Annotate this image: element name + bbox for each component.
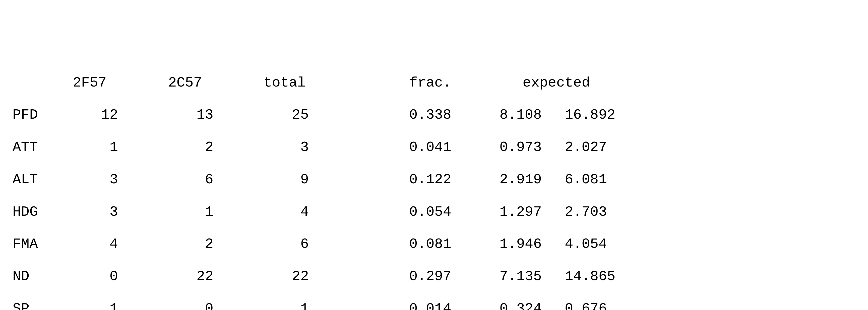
cell-expected-a: 7.135 [499, 268, 565, 284]
header-col-total: total [264, 75, 309, 91]
cell-2f57: 0 [73, 268, 118, 284]
cell-2c57: 13 [168, 107, 213, 123]
cell-expected-b: 6.081 [565, 172, 630, 187]
cell-2c57: 1 [168, 204, 213, 220]
cell-2f57: 3 [73, 172, 118, 187]
cell-2c57: 0 [168, 301, 213, 310]
header-col-expected-left: expec [499, 75, 565, 91]
cell-2f57: 1 [73, 139, 118, 155]
cell-2f57: 1 [73, 301, 118, 310]
cell-frac: 0.122 [409, 172, 474, 187]
cell-total: 25 [264, 107, 309, 123]
cell-2c57: 6 [168, 172, 213, 187]
header-col-2c57: 2C57 [168, 75, 213, 91]
cell-2f57: 12 [73, 107, 118, 123]
row-label: HDG [12, 204, 73, 220]
cell-total: 22 [264, 268, 309, 284]
cell-frac: 0.081 [409, 236, 474, 252]
table-row: FMA4260.0811.9464.054 [12, 236, 856, 252]
cell-expected-b: 16.892 [565, 107, 630, 123]
header-col-expected-right: ted [565, 75, 630, 91]
row-label: ALT [12, 172, 73, 187]
cell-2f57: 4 [73, 236, 118, 252]
cell-expected-a: 0.324 [499, 301, 565, 310]
table-row: SP1010.0140.3240.676 [12, 301, 856, 310]
row-label: ND [12, 268, 73, 284]
row-label: ATT [12, 139, 73, 155]
table-row: ATT1230.0410.9732.027 [12, 139, 856, 155]
cell-total: 9 [264, 172, 309, 187]
cell-frac: 0.014 [409, 301, 474, 310]
cell-2c57: 2 [168, 139, 213, 155]
row-label: SP [12, 301, 73, 310]
cell-expected-a: 1.946 [499, 236, 565, 252]
row-label: FMA [12, 236, 73, 252]
cell-expected-b: 0.676 [565, 301, 630, 310]
table-row: ND022220.2977.13514.865 [12, 268, 856, 284]
cell-total: 1 [264, 301, 309, 310]
cell-expected-b: 4.054 [565, 236, 630, 252]
row-label: PFD [12, 107, 73, 123]
cell-frac: 0.054 [409, 204, 474, 220]
table-row: HDG3140.0541.2972.703 [12, 204, 856, 220]
cell-expected-a: 8.108 [499, 107, 565, 123]
cell-expected-a: 1.297 [499, 204, 565, 220]
table-row: ALT3690.1222.9196.081 [12, 172, 856, 187]
cell-2f57: 3 [73, 204, 118, 220]
header-col-2f57: 2F57 [73, 75, 118, 91]
table-row: PFD1213250.3388.10816.892 [12, 107, 856, 123]
cell-expected-b: 2.027 [565, 139, 630, 155]
cell-2c57: 22 [168, 268, 213, 284]
cell-frac: 0.338 [409, 107, 474, 123]
table-header-row: 2F572C57totalfrac.expected [12, 75, 856, 91]
header-col-frac: frac. [409, 75, 474, 91]
cell-expected-b: 14.865 [565, 268, 630, 284]
cell-expected-a: 2.919 [499, 172, 565, 187]
cell-total: 4 [264, 204, 309, 220]
cell-frac: 0.297 [409, 268, 474, 284]
cell-expected-a: 0.973 [499, 139, 565, 155]
cell-expected-b: 2.703 [565, 204, 630, 220]
cell-2c57: 2 [168, 236, 213, 252]
cell-total: 3 [264, 139, 309, 155]
cell-frac: 0.041 [409, 139, 474, 155]
cell-total: 6 [264, 236, 309, 252]
